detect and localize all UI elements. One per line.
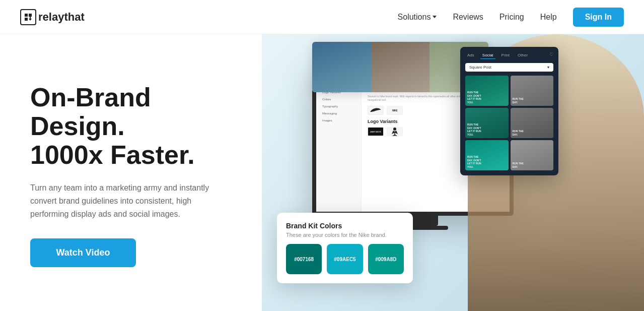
hero-left: On-Brand Design. 1000x Faster. Turn any … — [0, 34, 262, 311]
social-label-3: RUN THEDAY. DON'TLET IT RUNYOU. — [467, 123, 481, 136]
social-grid-item-1: RUN THEDAY. DON'TLET IT RUNYOU. — [465, 76, 509, 106]
brand-kit-subtitle: These are your colors for the Nike brand… — [286, 232, 404, 238]
logo[interactable]: relaythat — [20, 9, 85, 25]
social-tab-print[interactable]: Print — [499, 52, 512, 59]
social-grid-item-2: RUN THEDAY. — [511, 76, 554, 106]
heart-icon: ♡ — [549, 52, 553, 59]
brand-kit-colors: #007168 #09AEC5 #009A8D — [286, 244, 404, 274]
chevron-down-icon — [433, 16, 437, 18]
social-label-5: RUN THEDAY. DON'TLET IT RUNYOU. — [467, 155, 481, 168]
photo-1 — [312, 42, 371, 92]
hero-right: Nike Brand Login Logo Variants Colors Ty… — [262, 34, 644, 311]
monitor-nike-swoosh — [368, 106, 384, 115]
pricing-link[interactable]: Pricing — [499, 13, 524, 22]
color-swatch-3: #009A8D — [368, 244, 404, 274]
solutions-link[interactable]: Solutions — [398, 13, 437, 22]
main-content: On-Brand Design. 1000x Faster. Turn any … — [0, 34, 644, 311]
watch-video-button[interactable]: Watch Video — [30, 238, 136, 267]
monitor-sidebar-typography: Typography — [320, 103, 357, 109]
social-dropdown[interactable]: Square Post ▾ — [465, 63, 553, 72]
signin-button[interactable]: Sign In — [573, 8, 624, 27]
social-tabs: Ads Social Print Other ♡ — [465, 52, 553, 59]
hero-subtitle: Turn any team into a marketing army and … — [30, 181, 232, 220]
social-panel: Ads Social Print Other ♡ Square Post ▾ R… — [460, 47, 558, 175]
social-label-6: RUN THEDAY. — [513, 162, 524, 168]
brand-kit-title: Brand Kit Colors — [286, 222, 404, 230]
dropdown-chevron-icon: ▾ — [547, 65, 549, 70]
color-swatch-1: #007168 — [286, 244, 322, 274]
social-tab-ads[interactable]: Ads — [465, 52, 476, 59]
brand-kit-card: Brand Kit Colors These are your colors f… — [277, 213, 413, 283]
monitor-sidebar-images: Images — [320, 117, 357, 123]
social-label-4: RUN THEDAY. — [513, 130, 524, 136]
monitor-sidebar-colors: Colors — [320, 96, 357, 102]
social-grid-item-4: RUN THEDAY. — [511, 108, 554, 138]
monitor-sidebar-messaging: Messaging — [320, 110, 357, 116]
monitor-nike-wordmark: NIKE — [387, 106, 403, 115]
hero-title: On-Brand Design. 1000x Faster. — [30, 83, 242, 170]
social-tab-other[interactable]: Other — [516, 52, 530, 59]
logo-text: relaythat — [38, 11, 85, 24]
social-grid-item-3: RUN THEDAY. DON'TLET IT RUNYOU. — [465, 108, 509, 138]
help-link[interactable]: Help — [540, 13, 557, 22]
monitor-jumpman — [387, 127, 403, 136]
nav-links: Solutions Reviews Pricing Help Sign In — [398, 8, 624, 27]
svg-point-0 — [393, 128, 396, 131]
color-swatch-2: #09AEC5 — [327, 244, 363, 274]
monitor-just-do-it: JUST DO IT. — [368, 127, 384, 136]
social-label-1: RUN THEDAY. DON'TLET IT RUNYOU. — [467, 91, 481, 104]
social-grid-item-5: RUN THEDAY. DON'TLET IT RUNYOU. — [465, 140, 509, 170]
dropdown-label: Square Post — [469, 65, 491, 70]
reviews-link[interactable]: Reviews — [453, 13, 483, 22]
logo-icon — [20, 9, 36, 25]
navbar: relaythat Solutions Reviews Pricing Help… — [0, 0, 644, 34]
social-grid-item-6: RUN THEDAY. — [511, 140, 554, 170]
social-grid: RUN THEDAY. DON'TLET IT RUNYOU. RUN THED… — [465, 76, 553, 170]
social-label-2: RUN THEDAY. — [513, 97, 524, 104]
social-tab-social[interactable]: Social — [480, 52, 495, 59]
photo-2 — [371, 42, 430, 92]
